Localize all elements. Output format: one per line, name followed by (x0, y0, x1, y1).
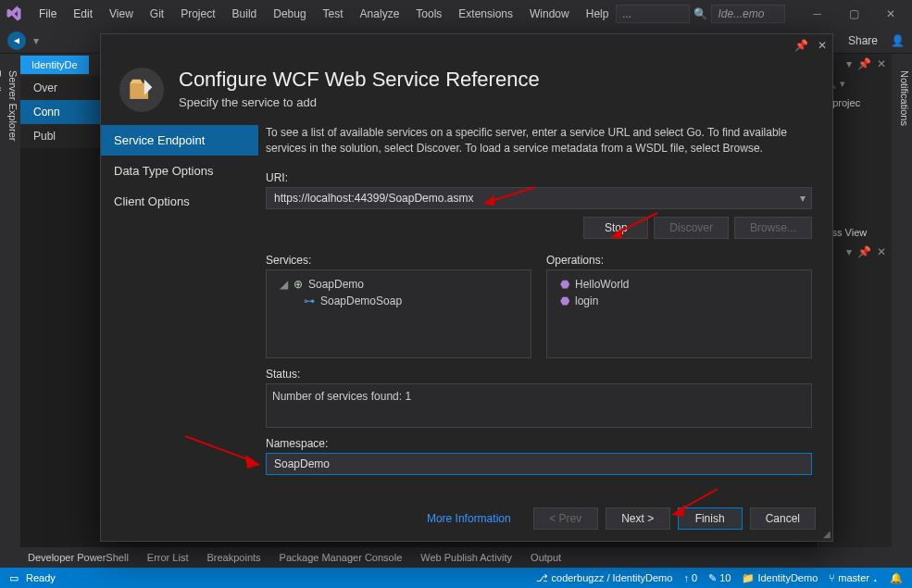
tool-pmc[interactable]: Package Manager Console (270, 549, 412, 566)
services-label: Services: (266, 254, 531, 267)
resize-grip-icon[interactable]: ◢ (823, 529, 831, 539)
status-label: Status: (266, 368, 812, 381)
chevron-down-icon[interactable]: ▾ (794, 192, 811, 205)
status-outgoing[interactable]: ↑ 0 (683, 572, 697, 583)
browse-button[interactable]: Browse... (734, 217, 812, 239)
panel-close-icon[interactable]: ✕ (877, 57, 886, 70)
status-bell-icon[interactable]: 🔔 (890, 572, 903, 584)
menu-analyze[interactable]: Analyze (353, 4, 407, 24)
status-ready-icon: ▭ (9, 572, 19, 584)
panel-dropdown-icon[interactable]: ▾ (846, 245, 852, 258)
uri-input[interactable] (267, 192, 794, 205)
menu-tools[interactable]: Tools (408, 4, 449, 24)
next-button[interactable]: Next > (606, 507, 670, 530)
tool-powershell[interactable]: Developer PowerShell (19, 549, 138, 566)
service-root-node[interactable]: ◢⊕SoapDemo (272, 276, 525, 293)
status-box: Number of services found: 1 (266, 383, 812, 428)
prev-button[interactable]: < Prev (533, 507, 598, 530)
menu-project[interactable]: Project (173, 4, 222, 24)
uri-label: URI: (266, 171, 812, 184)
nav-dropdown-icon[interactable]: ▾ (33, 34, 39, 47)
tool-window-tabs: Developer PowerShell Error List Breakpoi… (19, 547, 893, 568)
menu-file[interactable]: File (31, 4, 64, 24)
titlebar: File Edit View Git Project Build Debug T… (0, 0, 912, 28)
live-share-button[interactable]: Share (848, 34, 878, 47)
more-information-link[interactable]: More Information (427, 512, 511, 525)
wcf-dialog: 📌 ✕ Configure WCF Web Service Reference … (100, 33, 833, 542)
tool-errorlist[interactable]: Error List (138, 549, 198, 566)
maximize-button[interactable]: ▢ (835, 1, 872, 27)
nav-data-type-options[interactable]: Data Type Options (101, 156, 258, 186)
dialog-pin-icon[interactable]: 📌 (794, 39, 808, 52)
namespace-label: Namespace: (266, 437, 812, 450)
menu-help[interactable]: Help (579, 4, 617, 24)
nav-client-options[interactable]: Client Options (101, 186, 258, 217)
title-search[interactable]: Ide...emo (711, 5, 785, 23)
panel-close-icon[interactable]: ✕ (877, 245, 886, 258)
dialog-subtitle: Specify the service to add (179, 95, 540, 109)
status-incoming[interactable]: ✎ 10 (708, 572, 731, 584)
launch-box[interactable]: ... (616, 5, 690, 23)
vs-logo-icon (6, 5, 22, 23)
tool-output[interactable]: Output (521, 549, 570, 566)
uri-combobox[interactable]: ▾ (266, 187, 812, 209)
dialog-title: Configure WCF Web Service Reference (179, 68, 540, 92)
service-child-node[interactable]: ⊶SoapDemoSoap (272, 293, 525, 309)
nav-back-button[interactable]: ◄ (7, 31, 26, 50)
instructions-text: To see a list of available services on a… (266, 125, 812, 156)
minimize-button[interactable]: ─ (798, 1, 835, 27)
namespace-input[interactable] (266, 453, 812, 475)
status-repo[interactable]: ⎇ coderbugzz / IdentityDemo (536, 572, 672, 584)
dialog-close-icon[interactable]: ✕ (818, 39, 827, 52)
side-tab-server-explorer[interactable]: Server Explorer (6, 63, 20, 568)
discover-button[interactable]: Discover (654, 217, 729, 239)
account-icon[interactable]: 👤 (891, 34, 905, 47)
menu-window[interactable]: Window (522, 4, 577, 24)
status-branch[interactable]: ⑂ master ▴ (829, 572, 879, 583)
menu-git[interactable]: Git (143, 4, 171, 24)
status-bar: ▭ Ready ⎇ coderbugzz / IdentityDemo ↑ 0 … (0, 568, 912, 588)
status-project[interactable]: 📁 IdentityDemo (742, 572, 818, 584)
panel-dropdown-icon[interactable]: ▾ (846, 57, 852, 70)
search-icon[interactable]: 🔍 (693, 7, 707, 20)
panel-pin-icon[interactable]: 📌 (857, 245, 871, 258)
operations-label: Operations: (546, 254, 812, 267)
tool-webpublish[interactable]: Web Publish Activity (411, 549, 521, 566)
panel-pin-icon[interactable]: 📌 (857, 57, 871, 70)
side-tab-toolbox[interactable]: Toolbox (0, 63, 5, 568)
menu-edit[interactable]: Edit (66, 4, 100, 24)
menu-debug[interactable]: Debug (266, 4, 313, 24)
nav-service-endpoint[interactable]: Service Endpoint (101, 125, 258, 156)
side-tab-notifications[interactable]: Notifications (897, 63, 912, 568)
status-ready: Ready (26, 572, 56, 583)
service-reference-icon (119, 68, 164, 112)
menu-view[interactable]: View (102, 4, 141, 24)
menu-extensions[interactable]: Extensions (451, 4, 520, 24)
cancel-button[interactable]: Cancel (750, 507, 816, 530)
stop-button[interactable]: Stop (583, 217, 648, 239)
operation-item[interactable]: ⬣login (553, 293, 806, 309)
menubar: File Edit View Git Project Build Debug T… (31, 4, 616, 24)
document-tab[interactable]: IdentityDe (20, 56, 89, 74)
tool-breakpoints[interactable]: Breakpoints (197, 549, 269, 566)
operation-item[interactable]: ⬣HelloWorld (553, 276, 806, 293)
menu-build[interactable]: Build (225, 4, 265, 24)
operations-list[interactable]: ⬣HelloWorld ⬣login (546, 269, 812, 358)
close-button[interactable]: ✕ (872, 1, 909, 27)
finish-button[interactable]: Finish (678, 507, 743, 530)
services-tree[interactable]: ◢⊕SoapDemo ⊶SoapDemoSoap (266, 269, 531, 358)
menu-test[interactable]: Test (316, 4, 351, 24)
